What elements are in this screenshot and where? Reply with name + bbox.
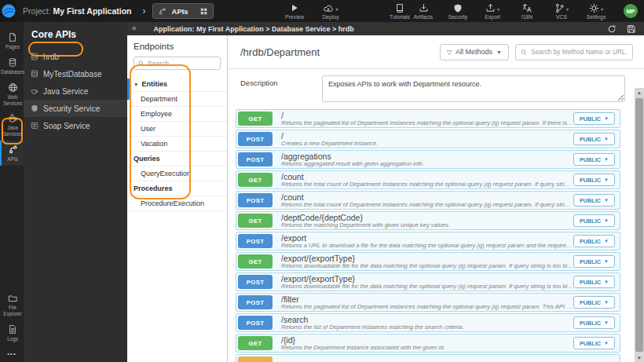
api-endpoint-row[interactable]: GET /export/{exportType} Returns downloa… (236, 252, 620, 271)
methods-filter-dropdown[interactable]: ▽ All Methods ▼ (440, 44, 509, 60)
tree-group-queries[interactable]: Queries (127, 152, 227, 166)
access-level-dropdown[interactable]: PUBLIC ▼ (573, 276, 615, 288)
endpoints-search-input[interactable] (148, 60, 216, 68)
core-api-item-security-service[interactable]: Security Service (24, 100, 127, 117)
access-level-dropdown[interactable]: PUBLIC ▼ (573, 153, 615, 166)
api-endpoint-row[interactable]: POST /filter Returns the paginated list … (236, 293, 620, 312)
page-title: /hrdb/Department (240, 46, 440, 58)
security-button[interactable]: Security (446, 3, 470, 20)
method-search[interactable] (515, 44, 633, 60)
api-endpoint-row[interactable]: POST / Creates a new Department instance… (236, 130, 620, 148)
access-level-dropdown[interactable]: PUBLIC ▼ (573, 337, 615, 349)
core-api-item-soap-service[interactable]: Soap Service (24, 117, 127, 134)
vcs-button[interactable]: ▾ VCS (550, 3, 573, 20)
i18n-button[interactable]: I18N (515, 3, 539, 20)
http-method-badge: POST (238, 275, 273, 289)
api-endpoint-row[interactable]: GET / Returns the paginated list of Depa… (236, 109, 620, 128)
sidebar-item-apis[interactable]: APIs (0, 141, 24, 166)
collapse-panel-icon[interactable]: « (127, 24, 141, 34)
caret-down-icon: ▾ (497, 6, 499, 12)
soap-icon (31, 122, 38, 130)
scroll-down-arrow[interactable]: ▼ (635, 353, 644, 362)
panel-scroll-indicator[interactable] (127, 79, 130, 100)
vertical-scrollbar[interactable]: ▲ ▼ (635, 88, 644, 362)
app-logo[interactable] (0, 0, 16, 22)
api-endpoint-row[interactable]: GET /{id} Returns the Department instanc… (236, 334, 620, 353)
settings-button[interactable]: ▾ Settings (584, 3, 608, 20)
core-api-item-java-service[interactable]: Java Service (24, 82, 127, 100)
api-endpoint-row[interactable]: POST /search Returns the list of Departm… (236, 313, 620, 332)
user-avatar[interactable]: MP (624, 4, 638, 18)
folder-icon (8, 294, 18, 303)
api-endpoint-row[interactable]: GET /deptCode/{deptCode} Returns the mat… (236, 211, 620, 230)
branch-icon (554, 3, 565, 13)
tree-item-vacation[interactable]: Vacation (127, 137, 227, 152)
artifacts-button[interactable]: Artifacts (412, 3, 435, 20)
endpoint-path: /deptCode/{deptCode} (281, 214, 573, 222)
http-method-badge: GET (238, 112, 273, 126)
caret-down-icon: ▼ (604, 177, 609, 182)
api-endpoint-row[interactable]: POST /aggregations Returns aggregated re… (236, 150, 620, 169)
api-endpoint-row[interactable]: POST /count Returns the total count of D… (236, 191, 620, 210)
http-method-badge: POST (238, 295, 273, 309)
http-method-badge: POST (238, 193, 273, 207)
tree-item-queryexecution[interactable]: QueryExecution (127, 166, 227, 181)
tree-item-user[interactable]: User (127, 122, 227, 137)
tutorials-button[interactable]: Tutorials (388, 3, 412, 20)
sidebar-item-java-services[interactable]: Java Services (0, 109, 24, 141)
preview-button[interactable]: Preview (283, 3, 306, 20)
tab-apis[interactable]: APIs (152, 3, 214, 19)
sidebar-item-logs[interactable]: Logs (0, 320, 24, 346)
access-level-dropdown[interactable]: PUBLIC ▼ (573, 255, 615, 268)
description-textarea[interactable]: Exposes APIs to work with Department res… (322, 75, 625, 102)
endpoints-tree: ▼Entities Department Employee User Vacat… (127, 77, 227, 211)
endpoint-path: / (281, 112, 573, 120)
access-level-dropdown[interactable]: PUBLIC ▼ (573, 194, 615, 207)
tree-item-employee[interactable]: Employee (127, 107, 227, 122)
access-level-dropdown[interactable]: PUBLIC ▼ (573, 112, 615, 125)
access-level-dropdown[interactable]: PUBLIC ▼ (573, 214, 615, 227)
page-icon (8, 32, 17, 42)
save-button[interactable] (627, 24, 636, 34)
access-level-dropdown[interactable]: PUBLIC ▼ (573, 316, 615, 329)
access-level-dropdown[interactable]: PUBLIC ▼ (573, 133, 615, 145)
method-search-input[interactable] (531, 48, 628, 56)
scrollbar-thumb[interactable] (635, 98, 643, 352)
access-level-dropdown[interactable]: PUBLIC ▼ (573, 174, 615, 186)
api-endpoint-row[interactable]: PUT ▼ (236, 354, 620, 362)
tree-group-entities[interactable]: ▼Entities (127, 77, 227, 92)
refresh-button[interactable] (607, 24, 617, 34)
export-button[interactable]: ▾ Export (481, 3, 504, 20)
api-endpoint-row[interactable]: GET /count Returns the total count of De… (236, 170, 620, 189)
endpoint-description: Returns the paginated list of Department… (281, 304, 573, 310)
more-options-icon[interactable]: ••• (0, 346, 24, 362)
api-endpoint-row[interactable]: POST /export Returns a URL to download a… (236, 232, 620, 250)
tree-group-procedures[interactable]: Procedures (127, 181, 227, 196)
deploy-button[interactable]: ▾ Deploy (319, 3, 342, 20)
database-icon (8, 57, 17, 68)
coffee-icon (8, 113, 18, 123)
access-level-dropdown[interactable]: PUBLIC ▼ (573, 235, 615, 247)
sidebar-item-file-explorer[interactable]: File Explorer (0, 290, 24, 320)
database-icon (31, 53, 38, 60)
shield-icon (453, 3, 463, 13)
tree-item-procedureexecution[interactable]: ProcedureExecution (127, 196, 227, 211)
sidebar-item-web-services[interactable]: Web Services (0, 79, 24, 110)
sidebar-item-databases[interactable]: Databases (0, 53, 24, 79)
endpoints-search[interactable] (134, 57, 221, 70)
scroll-up-arrow[interactable]: ▲ (635, 88, 644, 97)
caret-down-icon: ▼ (604, 239, 609, 243)
core-apis-title: Core APIs (24, 22, 127, 48)
grid-icon[interactable] (199, 7, 208, 16)
http-method-badge: GET (238, 214, 273, 228)
endpoint-description: Returns the matching Department with giv… (281, 222, 573, 229)
endpoint-description: Returns a URL to download a file for the… (281, 243, 573, 249)
database-icon (31, 70, 38, 78)
core-api-item-hrdb[interactable]: hrdb (24, 48, 127, 65)
download-icon (419, 3, 429, 13)
sidebar-item-pages[interactable]: Pages (0, 28, 24, 53)
core-api-item-mytestdatabase[interactable]: MyTestDatabase (24, 65, 127, 82)
api-endpoint-row[interactable]: POST /export/{exportType} Returns downlo… (236, 272, 620, 291)
access-level-dropdown[interactable]: PUBLIC ▼ (573, 296, 615, 309)
tree-item-department[interactable]: Department (127, 92, 227, 107)
